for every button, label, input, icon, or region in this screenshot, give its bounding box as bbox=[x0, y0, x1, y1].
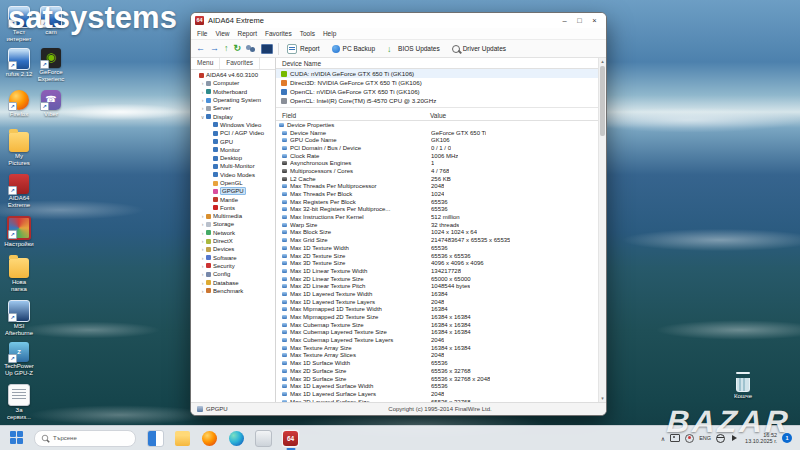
tree-item-desktop[interactable]: Desktop bbox=[191, 154, 275, 162]
tree-item-gpgpu[interactable]: GPGPU bbox=[191, 187, 275, 195]
property-row[interactable]: Max 1D Surface Width65536 bbox=[276, 359, 606, 367]
tree-item-video-modes[interactable]: Video Modes bbox=[191, 171, 275, 179]
title-bar[interactable]: 64 AIDA64 Extreme bbox=[191, 13, 606, 28]
property-row[interactable]: Max Cubemap Texture Size16384 x 16384 bbox=[276, 321, 606, 329]
tree-item-database[interactable]: Database bbox=[191, 278, 275, 286]
property-row[interactable]: Max 1D Linear Texture Width134217728 bbox=[276, 267, 606, 275]
pc-backup-button[interactable]: PC Backup bbox=[329, 44, 379, 54]
property-row[interactable]: Max 1D Layered Texture Width16384 bbox=[276, 290, 606, 298]
desktop-icon-rufus-2-12[interactable]: rufus 2.12 bbox=[4, 48, 34, 78]
desktop-icon-firefox[interactable]: Firefox bbox=[4, 90, 34, 118]
property-row[interactable]: Max 2D Linear Texture Pitch1048544 bytes bbox=[276, 282, 606, 290]
desktop-icon-item[interactable]: Нова папка bbox=[4, 258, 34, 292]
report-button[interactable]: Report bbox=[284, 43, 323, 55]
tree-item-windows-video[interactable]: Windows Video bbox=[191, 121, 275, 129]
tree-item-fonts[interactable]: Fonts bbox=[191, 204, 275, 212]
property-row[interactable]: Multiprocessors / Cores4 / 768 bbox=[276, 167, 606, 175]
tray-overflow-chevron-icon[interactable] bbox=[661, 435, 665, 442]
users-icon[interactable] bbox=[246, 44, 256, 54]
desktop-icon-my-pictures[interactable]: My Pictures bbox=[4, 132, 34, 166]
expanded-arrow-icon[interactable] bbox=[200, 114, 205, 120]
collapsed-arrow-icon[interactable] bbox=[200, 105, 205, 111]
tree-item-motherboard[interactable]: Motherboard bbox=[191, 88, 275, 96]
property-row[interactable]: Max 3D Texture Size4096 x 4096 x 4096 bbox=[276, 259, 606, 267]
desktop-icon-techpowerup-gpu-z[interactable]: TechPowerUp GPU-Z bbox=[4, 342, 34, 376]
taskbar-app-aida64[interactable]: 64 bbox=[281, 429, 300, 448]
value-column-header[interactable]: Value bbox=[428, 112, 446, 119]
property-row[interactable]: Warp Size32 threads bbox=[276, 221, 606, 229]
tree-item-devices[interactable]: Devices bbox=[191, 245, 275, 253]
property-row[interactable]: Max Mipmapped 2D Texture Size16384 x 163… bbox=[276, 313, 606, 321]
collapsed-arrow-icon[interactable] bbox=[200, 271, 205, 277]
tree-item-multimedia[interactable]: Multimedia bbox=[191, 212, 275, 220]
menu-help[interactable]: Help bbox=[323, 30, 336, 37]
start-button[interactable] bbox=[10, 431, 24, 445]
property-row[interactable]: PCI Domain / Bus / Device0 / 1 / 0 bbox=[276, 144, 606, 152]
collapsed-arrow-icon[interactable] bbox=[200, 280, 205, 286]
collapsed-arrow-icon[interactable] bbox=[200, 238, 205, 244]
desktop-icon-msi-afterburner[interactable]: MSI Afterburner bbox=[4, 300, 34, 336]
collapsed-arrow-icon[interactable] bbox=[200, 213, 205, 219]
search-box[interactable]: Търсене bbox=[34, 430, 136, 447]
back-icon[interactable] bbox=[196, 41, 205, 56]
tree-item-server[interactable]: Server bbox=[191, 104, 275, 112]
collapsed-arrow-icon[interactable] bbox=[200, 246, 205, 252]
forward-icon[interactable] bbox=[210, 41, 219, 56]
property-row[interactable]: Max Grid Size2147483647 x 65535 x 65535 bbox=[276, 236, 606, 244]
desktop-icon-item[interactable]: Настройки bbox=[4, 216, 34, 248]
desktop-icon-item[interactable]: За сервиз... bbox=[4, 384, 34, 420]
taskbar-app-firefox[interactable] bbox=[200, 429, 219, 448]
collapsed-arrow-icon[interactable] bbox=[200, 263, 205, 269]
tree-item-gpu[interactable]: GPU bbox=[191, 137, 275, 145]
property-row[interactable]: Max 1D Layered Surface Layers2048 bbox=[276, 390, 606, 398]
tree-item-computer[interactable]: Computer bbox=[191, 79, 275, 87]
minimize-button[interactable] bbox=[557, 14, 572, 27]
property-row[interactable]: GPU Code NameGK106 bbox=[276, 136, 606, 144]
tree-item-pci-agp-video[interactable]: PCI / AGP Video bbox=[191, 129, 275, 137]
property-row[interactable]: Max Mipmapped 1D Texture Width16384 bbox=[276, 306, 606, 314]
close-button[interactable] bbox=[587, 14, 602, 27]
taskbar-app-edge[interactable] bbox=[227, 429, 246, 448]
collapsed-arrow-icon[interactable] bbox=[200, 80, 205, 86]
tree-item-opengl[interactable]: OpenGL bbox=[191, 179, 275, 187]
menu-file[interactable]: File bbox=[197, 30, 207, 37]
property-row[interactable]: Max 32-bit Registers Per Multiproce...65… bbox=[276, 206, 606, 214]
up-icon[interactable] bbox=[224, 41, 229, 56]
tree-item-display[interactable]: Display bbox=[191, 112, 275, 120]
tab-menu[interactable]: Menu bbox=[191, 58, 220, 69]
screen-icon[interactable] bbox=[261, 44, 273, 54]
tab-favorites[interactable]: Favorites bbox=[220, 58, 260, 69]
property-row[interactable]: Clock Rate1006 MHz bbox=[276, 152, 606, 160]
desktop-icon-viber[interactable]: Viber bbox=[36, 90, 66, 118]
collapsed-arrow-icon[interactable] bbox=[200, 97, 205, 103]
property-row[interactable]: Max 2D Linear Texture Size65000 x 65000 bbox=[276, 275, 606, 283]
scroll-down-arrow-icon[interactable] bbox=[599, 395, 606, 402]
menu-view[interactable]: View bbox=[215, 30, 229, 37]
property-row[interactable]: Max Texture Array Slices2048 bbox=[276, 352, 606, 360]
taskbar-app-file-explorer[interactable] bbox=[173, 429, 192, 448]
tree-item-network[interactable]: Network bbox=[191, 229, 275, 237]
property-row[interactable]: Max 2D Texture Size65536 x 65536 bbox=[276, 252, 606, 260]
maximize-button[interactable] bbox=[572, 14, 587, 27]
property-row[interactable]: Max Cubemap Layered Texture Layers2046 bbox=[276, 336, 606, 344]
property-row[interactable]: Max Registers Per Block65536 bbox=[276, 198, 606, 206]
bios-updates-button[interactable]: BIOS Updates bbox=[384, 44, 443, 54]
scrollbar-thumb[interactable] bbox=[600, 66, 605, 136]
property-row[interactable]: Max Threads Per Multiprocessor2048 bbox=[276, 183, 606, 191]
property-row[interactable]: Max Cubemap Layered Texture Size16384 x … bbox=[276, 329, 606, 337]
vertical-scrollbar[interactable] bbox=[598, 58, 606, 402]
property-row[interactable]: Device NameGeForce GTX 650 Ti bbox=[276, 129, 606, 137]
collapsed-arrow-icon[interactable] bbox=[200, 288, 205, 294]
desktop-icon-aida64-extreme[interactable]: AIDA64 Extreme bbox=[4, 174, 34, 208]
refresh-icon[interactable] bbox=[234, 41, 242, 56]
property-row[interactable]: Max 1D Layered Texture Layers2048 bbox=[276, 298, 606, 306]
property-row[interactable]: Asynchronous Engines1 bbox=[276, 159, 606, 167]
field-column-header[interactable]: Field bbox=[276, 112, 428, 119]
collapsed-arrow-icon[interactable] bbox=[200, 221, 205, 227]
property-section-row[interactable]: Device Properties bbox=[276, 121, 606, 129]
tree-item-config[interactable]: Config bbox=[191, 270, 275, 278]
collapsed-arrow-icon[interactable] bbox=[200, 89, 205, 95]
property-row[interactable]: Max Threads Per Block1024 bbox=[276, 190, 606, 198]
tree-item-benchmark[interactable]: Benchmark bbox=[191, 287, 275, 295]
tree-item-directx[interactable]: DirectX bbox=[191, 237, 275, 245]
